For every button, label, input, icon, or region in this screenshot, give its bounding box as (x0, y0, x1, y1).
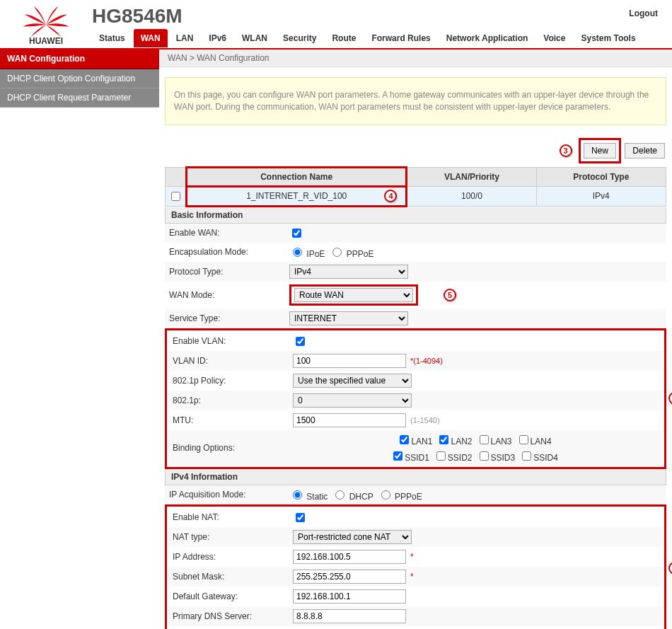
annotation-6: 6 (668, 392, 672, 405)
toolbar: 3 New Delete (159, 135, 672, 166)
protocol-type-label: Protocol Type: (169, 267, 289, 277)
nav-wlan[interactable]: WLAN (235, 29, 274, 47)
8021p-select[interactable]: 0 (293, 393, 412, 408)
binding-options-label: Binding Options: (173, 443, 293, 453)
col-connection-name: Connection Name (187, 167, 407, 186)
default-gateway-label: Default Gateway: (173, 592, 293, 601)
enable-wan-checkbox[interactable] (292, 229, 301, 238)
row-select-checkbox[interactable] (171, 192, 180, 201)
nav-system-tools[interactable]: System Tools (574, 29, 642, 47)
service-type-label: Service Type: (169, 313, 289, 323)
subnet-mask-label: Subnet Mask: (173, 572, 293, 582)
annotation-7: 7 (668, 562, 672, 575)
new-button[interactable]: New (584, 143, 616, 158)
8021p-policy-select[interactable]: Use the specified value (293, 374, 412, 388)
table-row[interactable]: 1_INTERNET_R_VID_100 4 100/0 IPv4 (166, 186, 666, 206)
binding-lan1-checkbox[interactable] (400, 435, 409, 444)
row-proto: IPv4 (536, 186, 666, 206)
row-vlan: 100/0 (407, 186, 536, 206)
enable-vlan-label: Enable VLAN: (173, 336, 293, 346)
binding-ssid1-checkbox[interactable] (393, 451, 402, 461)
nav-voice[interactable]: Voice (536, 29, 572, 47)
row-connection-name: 1_INTERNET_R_VID_100 (246, 191, 347, 201)
ip-acq-static-radio[interactable] (293, 490, 302, 500)
vlan-id-input[interactable] (293, 354, 406, 368)
device-title: HG8546M (92, 5, 658, 28)
binding-lan4-checkbox[interactable] (519, 435, 528, 444)
sidebar-item-dhcp-client-request-parameter[interactable]: DHCP Client Request Parameter (0, 88, 159, 108)
enable-nat-checkbox[interactable] (296, 513, 305, 522)
ip-address-input[interactable] (293, 550, 406, 564)
nav-forward-rules[interactable]: Forward Rules (364, 29, 437, 47)
nav-lan[interactable]: LAN (169, 29, 201, 47)
sidebar: WAN ConfigurationDHCP Client Option Conf… (0, 50, 159, 629)
sidebar-item-wan-configuration[interactable]: WAN Configuration (0, 50, 159, 69)
col-protocol-type: Protocol Type (536, 167, 666, 186)
huawei-logo: HUAWEI (14, 4, 78, 48)
nav-network-application[interactable]: Network Application (439, 29, 535, 47)
primary-dns-label: Primary DNS Server: (173, 611, 293, 621)
col-vlan-priority: VLAN/Priority (407, 167, 536, 186)
nav-wan[interactable]: WAN (134, 29, 168, 47)
binding-lan3-checkbox[interactable] (480, 435, 489, 444)
main-nav: StatusWANLANIPv6WLANSecurityRouteForward… (92, 29, 658, 47)
sidebar-item-dhcp-client-option-configuration[interactable]: DHCP Client Option Configuration (0, 69, 159, 88)
protocol-type-select[interactable]: IPv4 (289, 265, 408, 279)
ip-acq-dhcp-radio[interactable] (335, 490, 344, 500)
wan-mode-select[interactable]: Route WAN (294, 288, 413, 302)
mtu-label: MTU: (173, 415, 293, 425)
enable-nat-label: Enable NAT: (173, 512, 293, 522)
default-gateway-input[interactable] (293, 589, 406, 604)
mtu-input[interactable] (293, 413, 406, 427)
ip-address-label: IP Address: (173, 552, 293, 562)
svg-text:HUAWEI: HUAWEI (29, 36, 63, 46)
enable-vlan-checkbox[interactable] (296, 337, 305, 346)
wan-mode-label: WAN Mode: (169, 290, 289, 300)
ip-acq-pppoe-radio[interactable] (381, 490, 390, 500)
binding-ssid3-checkbox[interactable] (480, 451, 489, 461)
nav-ipv6[interactable]: IPv6 (202, 29, 233, 47)
breadcrumb: WAN > WAN Configuration (159, 50, 672, 67)
nat-type-select[interactable]: Port-restricted cone NAT (293, 530, 412, 544)
binding-ssid4-checkbox[interactable] (522, 451, 531, 461)
encap-ipoe-radio[interactable] (293, 248, 302, 257)
section-basic-info: Basic Information (165, 207, 666, 224)
ip-acq-label: IP Acquisition Mode: (169, 490, 289, 500)
service-type-select[interactable]: INTERNET (289, 311, 408, 325)
section-ipv4-info: IPv4 Information (165, 469, 666, 485)
annotation-4: 4 (384, 190, 397, 202)
encap-mode-label: Encapsulation Mode: (169, 247, 289, 257)
annotation-3: 3 (560, 144, 572, 157)
8021p-policy-label: 802.1p Policy: (173, 376, 293, 386)
primary-dns-input[interactable] (293, 609, 406, 623)
binding-ssid2-checkbox[interactable] (436, 451, 446, 461)
8021p-label: 802.1p: (173, 396, 293, 405)
nav-route[interactable]: Route (325, 29, 363, 47)
encap-pppoe-radio[interactable] (332, 248, 342, 257)
subnet-mask-input[interactable] (293, 570, 406, 584)
nav-status[interactable]: Status (92, 29, 132, 47)
page-description: On this page, you can configure WAN port… (165, 77, 666, 125)
enable-wan-label: Enable WAN: (169, 228, 289, 238)
connection-table: Connection Name VLAN/Priority Protocol T… (165, 166, 666, 207)
logout-link[interactable]: Logout (629, 8, 658, 18)
nav-security[interactable]: Security (276, 29, 323, 47)
vlan-id-label: VLAN ID: (173, 356, 293, 366)
binding-lan2-checkbox[interactable] (439, 435, 448, 444)
delete-button[interactable]: Delete (625, 143, 665, 158)
nat-type-label: NAT type: (173, 532, 293, 542)
annotation-5: 5 (444, 289, 456, 301)
